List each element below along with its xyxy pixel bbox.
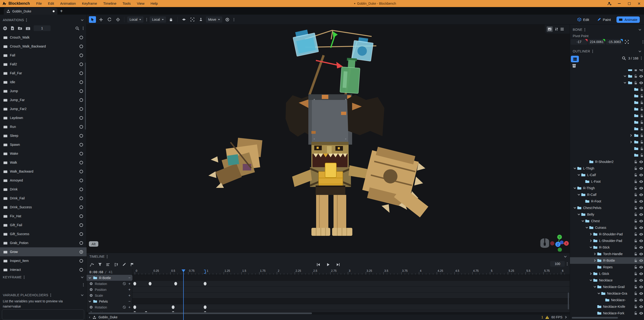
- play-toggle-icon[interactable]: [79, 188, 83, 192]
- lock-open-icon[interactable]: [640, 114, 644, 118]
- rotate-tool-button[interactable]: [106, 16, 113, 23]
- menu-animation[interactable]: Animation: [57, 0, 79, 7]
- remove-group-button[interactable]: −: [128, 276, 130, 280]
- outliner-item-r-bottle[interactable]: R-Bottle: [570, 257, 644, 264]
- lock-open-icon[interactable]: [634, 74, 638, 78]
- play-toggle-icon[interactable]: [79, 80, 83, 84]
- outliner-item-necklace-knife[interactable]: Necklace-Knife: [570, 303, 644, 310]
- outliner-item[interactable]: [570, 99, 644, 106]
- channel-visibility-icon[interactable]: [90, 294, 93, 297]
- chevron-down-icon[interactable]: [638, 28, 642, 31]
- animations-scrollbar[interactable]: [85, 62, 86, 130]
- animation-item-run[interactable]: Run: [0, 122, 86, 131]
- chevron-down-icon[interactable]: [638, 50, 642, 53]
- panel-menu-icon[interactable]: [584, 28, 586, 32]
- outliner-item-r-calf[interactable]: R-Calf: [570, 192, 644, 198]
- menu-file[interactable]: File: [33, 0, 45, 7]
- play-toggle-icon[interactable]: [79, 36, 83, 40]
- eye-icon[interactable]: [639, 75, 643, 78]
- eye-icon[interactable]: [639, 298, 643, 302]
- outliner-item[interactable]: [570, 132, 644, 139]
- animation-item-drink_fail[interactable]: Drink_Fail: [0, 194, 86, 203]
- transform-space-dropdown[interactable]: Local: [127, 16, 144, 22]
- keyframe-dot[interactable]: [149, 282, 152, 286]
- animation-item-idle[interactable]: Idle: [0, 78, 86, 86]
- pivot-tool-button[interactable]: [114, 16, 121, 23]
- orientation-gizmo[interactable]: Y Z X: [538, 235, 570, 252]
- play-toggle-icon[interactable]: [79, 259, 83, 263]
- timeline-channel-scale[interactable]: Scale+: [86, 292, 132, 298]
- pivot-x-input[interactable]: -17: [570, 39, 588, 45]
- chevron-right[interactable]: [593, 252, 597, 255]
- lock-open-icon[interactable]: [634, 232, 638, 236]
- timeline-lane-channel[interactable]: [132, 304, 570, 310]
- animation-item-fix_hat[interactable]: Fix_Hat: [0, 212, 86, 220]
- animation-item-fall2[interactable]: Fall2: [0, 60, 86, 69]
- timeline-overflow-icon[interactable]: [566, 262, 568, 266]
- outliner-item-necklace[interactable]: Necklace: [570, 277, 644, 284]
- animation-item-sleep[interactable]: Sleep: [0, 131, 86, 140]
- outliner-item-r-thigh[interactable]: R-Thigh: [570, 185, 644, 192]
- mode-tab-animate[interactable]: Animate: [616, 16, 640, 23]
- lock-open-icon[interactable]: [634, 219, 638, 223]
- keyframe-dot[interactable]: [133, 282, 136, 286]
- eye-icon[interactable]: [639, 279, 643, 282]
- warning-count[interactable]: 1: [542, 315, 543, 319]
- outliner-item-necklace-fork[interactable]: Necklace-Fork: [570, 310, 644, 316]
- new-tab-button[interactable]: +: [58, 8, 66, 14]
- outliner-item[interactable]: [570, 119, 644, 126]
- eye-icon[interactable]: [639, 233, 643, 236]
- play-toggle-icon[interactable]: [79, 178, 83, 182]
- channel-visibility-icon[interactable]: [90, 282, 93, 286]
- animation-item-gift_fail[interactable]: Gift_Fail: [0, 220, 86, 230]
- play-button[interactable]: [326, 263, 330, 266]
- chevron-right[interactable]: [593, 259, 597, 262]
- toolbar-overflow-icon[interactable]: [232, 16, 236, 22]
- eye-icon[interactable]: [639, 167, 643, 170]
- sliders-icon[interactable]: [554, 27, 558, 31]
- snap-mode-dropdown[interactable]: Move: [206, 16, 222, 22]
- outliner-item-r-shoulder2[interactable]: R-Shoulder2: [570, 158, 644, 165]
- chevron-down-icon[interactable]: [564, 255, 567, 258]
- outliner-item-necklace-gra[interactable]: Necklace-Gra: [570, 290, 644, 297]
- lock-open-icon[interactable]: [640, 101, 644, 104]
- graph-editor-icon[interactable]: [90, 263, 94, 267]
- lock-open-icon[interactable]: [640, 147, 644, 150]
- eye-icon[interactable]: [639, 246, 643, 249]
- animation-item-inspect_item[interactable]: Inspect_Item: [0, 256, 86, 265]
- lock-open-icon[interactable]: [634, 252, 638, 256]
- chevron-down[interactable]: [573, 167, 577, 170]
- play-toggle-icon[interactable]: [79, 62, 83, 66]
- chevron-right[interactable]: [589, 233, 593, 236]
- lock-open-icon[interactable]: [634, 311, 638, 315]
- play-toggle-icon[interactable]: [79, 134, 83, 138]
- eye-icon[interactable]: [639, 259, 643, 262]
- timeline-group-pelvis[interactable]: Pelvis−: [86, 298, 132, 304]
- animation-item-grab_potion[interactable]: Grab_Potion: [0, 238, 86, 247]
- lock-motion-trail-button[interactable]: [168, 16, 174, 23]
- select-tool-button[interactable]: [89, 16, 96, 23]
- add-keyframe-button[interactable]: +: [128, 294, 130, 298]
- outliner-item-torch-handle[interactable]: Torch-Handle: [570, 251, 644, 257]
- menu-edit[interactable]: Edit: [45, 0, 57, 7]
- outliner-item[interactable]: [570, 112, 644, 119]
- jump-to-end-button[interactable]: [336, 263, 340, 266]
- eye-icon[interactable]: [639, 226, 643, 229]
- outliner-item-l-foot[interactable]: L-Foot: [570, 178, 644, 185]
- outliner-item[interactable]: [570, 126, 644, 132]
- timeline-lane-group[interactable]: [132, 275, 570, 281]
- eye-icon[interactable]: [639, 286, 643, 288]
- lock-open-icon[interactable]: [634, 259, 638, 262]
- app-logo[interactable]: Blockbench: [0, 2, 33, 6]
- lock-open-icon[interactable]: [634, 292, 638, 295]
- preview-model-button[interactable]: [197, 16, 204, 23]
- chevron-down-icon[interactable]: [624, 75, 626, 78]
- lock-open-icon[interactable]: [634, 212, 638, 216]
- play-toggle-icon[interactable]: [79, 107, 83, 111]
- lock-open-icon[interactable]: [640, 134, 644, 137]
- animation-item-crouch_walk_backward[interactable]: Crouch_Walk_Backward: [0, 42, 86, 51]
- play-toggle-icon[interactable]: [79, 241, 83, 245]
- lock-open-icon[interactable]: [634, 160, 638, 164]
- timeline-lane-channel[interactable]: [132, 292, 570, 298]
- animation-item-drink[interactable]: Drink: [0, 185, 86, 194]
